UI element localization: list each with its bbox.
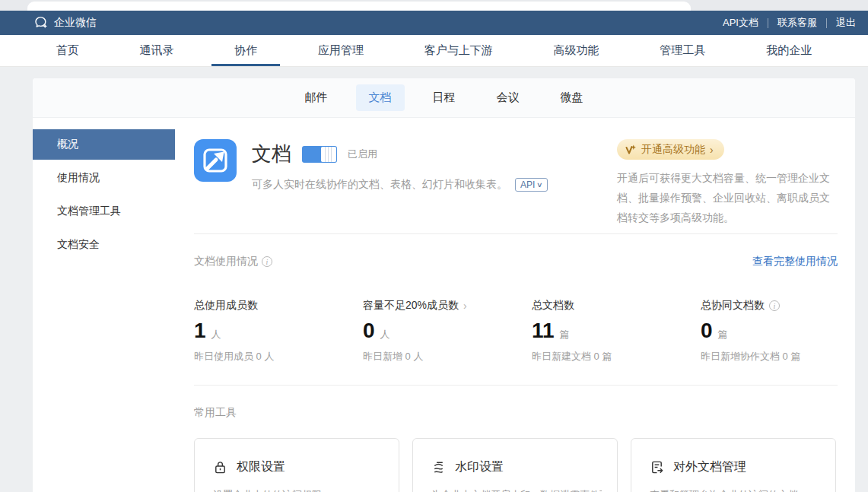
tool-title: 对外文档管理 — [673, 459, 746, 475]
nav-item-my-company[interactable]: 我的企业 — [743, 35, 835, 66]
premium-sparkle-icon — [625, 144, 637, 156]
stat-value: 0 — [363, 319, 375, 343]
topbar-links: API文档 联系客服 退出 — [723, 16, 856, 30]
upgrade-premium-label: 开通高级功能 — [641, 143, 705, 157]
subtab-docs[interactable]: 文档 — [356, 84, 405, 111]
content-area: 文档 已启用 可多人实时在线协作的文档、表格、幻灯片和收集表。 API ∨ — [175, 118, 855, 492]
sidebar-item-overview[interactable]: 概况 — [33, 129, 175, 160]
docs-enabled-toggle[interactable] — [302, 146, 337, 163]
stat-unit: 篇 — [718, 328, 728, 341]
info-icon[interactable]: i — [769, 300, 780, 311]
usage-section-head: 文档使用情况 i 查看完整使用情况 — [194, 255, 838, 268]
tool-card-permissions[interactable]: 权限设置 设置企业内外的访问权限 — [194, 438, 399, 492]
main-card: 邮件 文档 日程 会议 微盘 概况 使用情况 文档管理工具 文档安全 — [33, 78, 855, 492]
stat-subtext: 昨日新建文档 0 篇 — [532, 350, 701, 363]
topbar: 企业微信 API文档 联系客服 退出 — [0, 11, 868, 35]
browser-tab[interactable] — [27, 2, 691, 11]
view-full-usage-link[interactable]: 查看完整使用情况 — [752, 255, 838, 268]
stat-subtext: 昨日新增协作文档 0 篇 — [701, 350, 838, 363]
tools-section-head: 常用工具 — [194, 406, 838, 420]
stat-label: 总协同文档数 — [701, 299, 765, 313]
collab-subtabs: 邮件 文档 日程 会议 微盘 — [33, 78, 855, 118]
subtab-drive[interactable]: 微盘 — [548, 84, 596, 111]
api-badge-label: API — [520, 179, 535, 190]
nav-item-app-management[interactable]: 应用管理 — [295, 35, 386, 66]
stat-low-capacity-members: 容量不足20%成员数 › 0 人 昨日新增 0 人 — [363, 299, 532, 363]
api-dropdown-badge[interactable]: API ∨ — [515, 178, 548, 192]
app-description: 可多人实时在线协作的文档、表格、幻灯片和收集表。 — [252, 178, 507, 192]
separator — [768, 18, 768, 28]
chevron-right-icon: › — [710, 144, 714, 156]
stat-label: 容量不足20%成员数 — [363, 299, 459, 313]
nav-item-home[interactable]: 首页 — [33, 35, 102, 66]
tool-title: 水印设置 — [455, 459, 504, 475]
app-header: 文档 已启用 可多人实时在线协作的文档、表格、幻灯片和收集表。 API ∨ — [194, 139, 838, 233]
stat-unit: 人 — [380, 328, 390, 341]
stat-value: 1 — [194, 319, 206, 343]
toggle-knob — [321, 147, 336, 162]
watermark-icon — [431, 460, 446, 475]
nav-item-customers[interactable]: 客户与上下游 — [402, 35, 516, 66]
tool-card-external-docs[interactable]: 对外文档管理 查看和管理允许企业外访问的文档 — [631, 438, 836, 492]
nav-item-collaboration[interactable]: 协作 — [211, 35, 280, 66]
stat-subtext: 昨日使用成员 0 人 — [194, 350, 363, 363]
tool-description: 查看和管理允许企业外访问的文档 — [650, 488, 820, 492]
external-doc-icon — [650, 460, 664, 475]
brand-name: 企业微信 — [54, 16, 97, 30]
usage-stats: 总使用成员数 1 人 昨日使用成员 0 人 容量不足20%成员数 › — [194, 299, 838, 363]
sidebar-item-doc-tools[interactable]: 文档管理工具 — [33, 196, 175, 227]
status-text: 已启用 — [348, 148, 377, 161]
subtab-calendar[interactable]: 日程 — [420, 84, 469, 111]
subtab-mail[interactable]: 邮件 — [292, 84, 341, 111]
usage-section-title: 文档使用情况 — [194, 255, 258, 268]
stat-unit: 篇 — [560, 328, 570, 341]
chevron-down-icon: ∨ — [536, 181, 543, 189]
tool-title: 权限设置 — [237, 459, 285, 475]
lock-icon — [213, 460, 227, 475]
app-title-block: 文档 已启用 可多人实时在线协作的文档、表格、幻灯片和收集表。 API ∨ — [252, 139, 548, 233]
wework-logo-icon — [33, 15, 49, 30]
upgrade-premium-button[interactable]: 开通高级功能 › — [617, 139, 724, 160]
app-title: 文档 — [252, 141, 291, 167]
stat-low-capacity-link[interactable]: 容量不足20%成员数 › — [363, 299, 532, 313]
divider — [194, 385, 838, 386]
main-nav: 首页 通讯录 协作 应用管理 客户与上下游 高级功能 管理工具 我的企业 — [0, 35, 868, 67]
page-background: 邮件 文档 日程 会议 微盘 概况 使用情况 文档管理工具 文档安全 — [0, 67, 868, 492]
separator — [826, 18, 827, 28]
topbar-link-logout[interactable]: 退出 — [836, 16, 856, 30]
stat-total-docs: 总文档数 11 篇 昨日新建文档 0 篇 — [532, 299, 701, 363]
divider — [194, 233, 838, 234]
tools-section-title: 常用工具 — [194, 406, 237, 420]
tool-description: 为企业内文档开启水印，数据泄露事件可追 — [431, 488, 602, 492]
topbar-link-contact-support[interactable]: 联系客服 — [777, 16, 817, 30]
brand-logo[interactable]: 企业微信 — [33, 15, 97, 30]
sidebar: 概况 使用情况 文档管理工具 文档安全 — [33, 118, 175, 492]
tool-description: 设置企业内外的访问权限 — [213, 488, 383, 492]
sidebar-item-doc-security[interactable]: 文档安全 — [33, 230, 175, 260]
chevron-right-icon: › — [463, 300, 467, 312]
stat-value: 0 — [701, 319, 713, 343]
topbar-link-api-docs[interactable]: API文档 — [723, 16, 758, 30]
stat-label: 总使用成员数 — [194, 299, 258, 313]
stat-collab-docs: 总协同文档数 i 0 篇 昨日新增协作文档 0 篇 — [701, 299, 838, 363]
sidebar-item-usage[interactable]: 使用情况 — [33, 163, 175, 193]
premium-description: 开通后可获得更大文档容量、统一管理企业文档、批量操作预警、企业回收站、离职成员文… — [617, 168, 838, 227]
stat-value: 11 — [532, 319, 555, 343]
premium-panel: 开通高级功能 › 开通后可获得更大文档容量、统一管理企业文档、批量操作预警、企业… — [617, 139, 838, 233]
browser-chrome-strip — [0, 0, 868, 11]
tool-cards: 权限设置 设置企业内外的访问权限 — [194, 438, 838, 492]
tool-card-watermark[interactable]: 水印设置 为企业内文档开启水印，数据泄露事件可追 — [412, 438, 618, 492]
docs-app-icon — [194, 139, 237, 182]
nav-item-admin-tools[interactable]: 管理工具 — [637, 35, 728, 66]
stat-total-members: 总使用成员数 1 人 昨日使用成员 0 人 — [194, 299, 363, 363]
nav-item-contacts[interactable]: 通讯录 — [117, 35, 197, 66]
nav-item-advanced-features[interactable]: 高级功能 — [531, 35, 622, 66]
info-icon[interactable]: i — [262, 256, 272, 267]
stat-label: 总文档数 — [532, 299, 574, 313]
subtab-meeting[interactable]: 会议 — [484, 84, 533, 111]
stat-unit: 人 — [211, 328, 221, 341]
stat-subtext: 昨日新增 0 人 — [363, 350, 532, 363]
